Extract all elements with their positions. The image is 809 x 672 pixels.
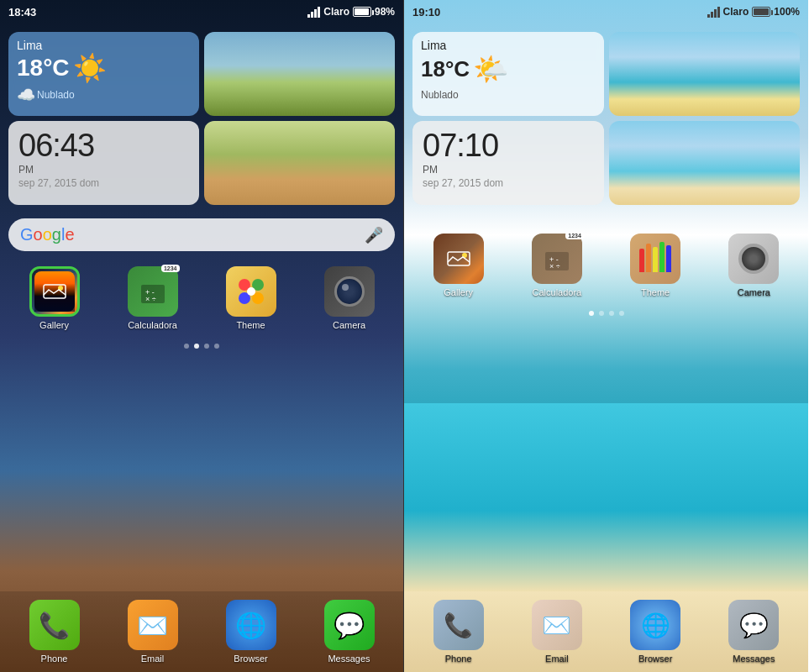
- right-browser-label: Browser: [638, 654, 672, 664]
- left-search-bar[interactable]: Google 🎤: [8, 218, 395, 251]
- right-page-dots: [404, 307, 808, 319]
- right-phone-label: Phone: [445, 654, 472, 664]
- left-apps-grid: Gallery 1234 + - × ÷ Calculadora: [0, 260, 403, 337]
- left-page-dots: [0, 340, 403, 352]
- right-dot-2: [609, 311, 614, 316]
- left-dot-1: [194, 344, 199, 349]
- left-clock-ampm: PM: [18, 164, 34, 176]
- left-clock-widget: 06:43 PM sep 27, 2015 dom: [8, 121, 199, 205]
- right-widgets: Lima 18°C 🌤️ Nublado 07:10 PM sep 27, 20…: [404, 27, 808, 210]
- right-app-theme[interactable]: Theme: [610, 234, 701, 297]
- right-status-right: Claro 100%: [707, 6, 800, 18]
- left-battery-icon: [353, 7, 371, 17]
- left-gallery-label: Gallery: [39, 320, 69, 330]
- right-dot-0: [589, 311, 594, 316]
- right-city: Lima: [421, 39, 596, 52]
- left-signal: [307, 7, 320, 18]
- left-landscape-widget2: [204, 121, 395, 205]
- svg-text:× ÷: × ÷: [549, 262, 560, 270]
- right-bottom-dock: 📞 Phone ✉️ Email 🌐 Browser 💬 Messages: [404, 591, 808, 672]
- left-bottom-browser[interactable]: 🌐 Browser: [205, 600, 297, 664]
- left-widgets: Lima 18°C ☀️ ☁️ Nublado 06:43 PM sep 27,…: [0, 27, 403, 210]
- left-app-gallery[interactable]: Gallery: [8, 266, 100, 330]
- left-clock-date: sep 27, 2015 dom: [18, 177, 99, 189]
- right-temp: 18°C: [421, 56, 470, 82]
- right-msg-label: Messages: [733, 654, 775, 664]
- left-bottom-phone[interactable]: 📞 Phone: [8, 600, 100, 664]
- right-gallery-label: Gallery: [444, 287, 473, 297]
- left-theme-icon: [226, 266, 276, 317]
- right-clock-ampm: PM: [423, 164, 438, 176]
- left-city: Lima: [17, 39, 191, 52]
- right-landscape-widget2: [609, 121, 801, 205]
- left-bottom-dock: 📞 Phone ✉️ Email 🌐 Browser 💬 Messages: [0, 591, 403, 672]
- left-msg-label: Messages: [328, 654, 370, 664]
- right-bottom-browser[interactable]: 🌐 Browser: [610, 600, 701, 664]
- left-browser-label: Browser: [234, 654, 267, 664]
- right-clock-widget: 07:10 PM sep 27, 2015 dom: [412, 121, 604, 205]
- left-phone-screen: 18:43 Claro 98% Lima 18°C ☀️: [0, 0, 404, 672]
- left-calc-icon: 1234 + - × ÷: [128, 266, 178, 317]
- right-email-icon: ✉️: [532, 600, 582, 650]
- left-google-logo: Google: [20, 225, 358, 244]
- right-clock-date: sep 27, 2015 dom: [423, 177, 503, 189]
- right-clock-time: 07:10: [423, 128, 498, 164]
- right-app-camera[interactable]: Camera: [708, 234, 800, 297]
- right-camera-icon: [728, 234, 779, 284]
- left-bottom-email[interactable]: ✉️ Email: [107, 600, 198, 664]
- right-phone-icon: 📞: [433, 600, 484, 650]
- right-phone-screen: 19:10 Claro 100% Lima 18°C 🌤️: [404, 0, 808, 672]
- right-weather-widget: Lima 18°C 🌤️ Nublado: [412, 32, 604, 116]
- left-battery-fill: [355, 8, 369, 15]
- svg-text:× ÷: × ÷: [145, 295, 156, 303]
- left-dot-2: [204, 344, 209, 349]
- right-calc-icon: 1234 + - × ÷: [532, 234, 582, 284]
- right-bottom-email[interactable]: ✉️ Email: [511, 600, 602, 664]
- left-email-icon: ✉️: [128, 600, 178, 650]
- left-landscape-widget: [204, 32, 395, 116]
- left-landscape-inner: [204, 32, 395, 116]
- right-carrier: Claro: [723, 6, 749, 18]
- left-clock-time: 06:43: [18, 128, 94, 164]
- right-app-gallery[interactable]: Gallery: [412, 234, 504, 297]
- right-bottom-phone[interactable]: 📞 Phone: [412, 600, 504, 664]
- right-landscape-widget: [609, 32, 801, 116]
- svg-point-9: [247, 287, 255, 296]
- left-mic-icon[interactable]: 🎤: [365, 226, 383, 244]
- right-signal: [707, 7, 720, 18]
- left-temp: 18°C: [17, 55, 70, 81]
- left-bottom-messages[interactable]: 💬 Messages: [303, 600, 395, 664]
- left-battery-pct: 98%: [375, 6, 395, 18]
- right-dot-3: [619, 311, 624, 316]
- right-status-bar: 19:10 Claro 100%: [404, 0, 808, 24]
- left-app-theme[interactable]: Theme: [205, 266, 297, 330]
- right-theme-icon: [630, 234, 680, 284]
- left-status-right: Claro 98%: [307, 6, 395, 18]
- left-theme-label: Theme: [236, 320, 265, 330]
- right-time: 19:10: [412, 6, 440, 18]
- right-battery-pct: 100%: [774, 6, 800, 18]
- right-condition: Nublado: [421, 89, 596, 101]
- right-dot-1: [599, 311, 604, 316]
- left-phone-label: Phone: [41, 654, 68, 664]
- right-apps-grid: Gallery 1234 + - × ÷ Calculadora: [404, 227, 808, 304]
- right-battery-fill: [754, 8, 769, 15]
- left-camera-label: Camera: [333, 320, 365, 330]
- right-battery-icon: [752, 7, 770, 17]
- left-app-camera[interactable]: Camera: [303, 266, 395, 330]
- left-browser-icon: 🌐: [226, 600, 276, 650]
- right-email-label: Email: [545, 654, 569, 664]
- left-app-calc[interactable]: 1234 + - × ÷ Calculadora: [107, 266, 198, 330]
- left-calc-label: Calculadora: [128, 320, 177, 330]
- right-app-calc[interactable]: 1234 + - × ÷ Calculadora: [511, 234, 602, 297]
- right-gallery-icon: [433, 234, 484, 284]
- left-email-label: Email: [141, 654, 165, 664]
- left-msg-icon: 💬: [324, 600, 375, 650]
- left-phone-icon: 📞: [29, 600, 80, 650]
- right-msg-icon: 💬: [728, 600, 779, 650]
- right-bottom-messages[interactable]: 💬 Messages: [708, 600, 800, 664]
- left-carrier: Claro: [323, 6, 349, 18]
- left-dot-3: [214, 344, 219, 349]
- left-camera-icon: [324, 266, 375, 317]
- left-status-bar: 18:43 Claro 98%: [0, 0, 403, 24]
